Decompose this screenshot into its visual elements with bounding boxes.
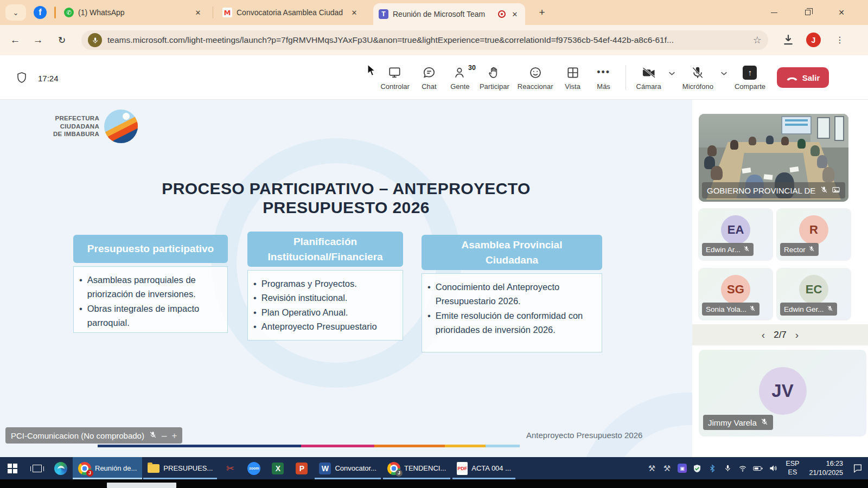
zoom-out-button[interactable]: –	[162, 431, 167, 440]
vista-button[interactable]: Vista	[560, 63, 585, 93]
bookmark-star-icon[interactable]: ☆	[753, 34, 762, 46]
mic-options-chevron[interactable]	[720, 71, 727, 85]
bluetooth-icon[interactable]	[707, 464, 717, 473]
facebook-pinned-tab[interactable]: f	[34, 6, 47, 19]
browser-menu-button[interactable]: ⋮	[833, 31, 846, 48]
bullet-text: Revisión institucional.	[261, 291, 348, 305]
spotlight-tile[interactable]: JV Jimmy Varela	[699, 350, 866, 436]
participant-figure	[810, 145, 820, 156]
teams-meeting-toolbar: 17:24 Controlar Chat 30 Gente	[0, 55, 868, 100]
participant-name-label: Edwin Ar...	[702, 243, 754, 256]
tab-whatsapp[interactable]: ✆ (1) WhatsApp ✕	[59, 0, 208, 25]
chat-button[interactable]: Chat	[417, 63, 442, 93]
taskbar-chrome-tendencias[interactable]: J TENDENCI...	[382, 457, 451, 479]
chrome-icon: J	[78, 462, 91, 475]
notification-center-icon[interactable]	[853, 464, 863, 473]
bullet-dot: •	[253, 305, 257, 319]
column-asamblea: Asamblea Provincial Ciudadana •Conocimie…	[422, 235, 602, 352]
people-icon: 30	[453, 65, 467, 80]
bullet-dot: •	[79, 301, 82, 330]
next-page-chevron[interactable]: ›	[795, 330, 799, 340]
participant-tile[interactable]: EC Edwin Ger...	[777, 268, 851, 320]
controlar-button[interactable]: Controlar	[379, 63, 410, 93]
view-grid-icon	[566, 65, 580, 80]
forward-button[interactable]: →	[30, 33, 46, 48]
folder-icon	[148, 464, 159, 473]
participant-name-label: Jimmy Varela	[703, 415, 773, 430]
close-tab-icon[interactable]: ✕	[349, 8, 359, 17]
window-close-button[interactable]: ✕	[829, 0, 854, 25]
main-video-tile[interactable]: GOBIERNO PROVINCIAL DE I...	[699, 114, 848, 202]
taskbar-folder[interactable]: PRESUPUES...	[142, 457, 218, 479]
control-label: Participar	[480, 82, 509, 91]
tool-tray-icon[interactable]: ⚒	[647, 464, 656, 473]
site-info-mic-icon[interactable]	[88, 33, 102, 47]
paper	[764, 174, 773, 180]
tab-gmail[interactable]: M Convocatoria Asamblea Ciudad ✕	[217, 0, 365, 25]
taskbar-chrome-meeting[interactable]: J Reunión de...	[73, 457, 142, 479]
prev-page-chevron[interactable]: ‹	[762, 330, 765, 340]
tool-tray-icon[interactable]: ⚒	[662, 464, 672, 473]
taskbar-clock[interactable]: 16:23 21/10/2025	[809, 459, 843, 478]
back-button[interactable]: ←	[8, 33, 23, 48]
participant-tile[interactable]: SG Sonia Yola...	[699, 268, 773, 320]
browser-profile-avatar[interactable]: J	[806, 33, 821, 47]
control-label: Micrófono	[682, 82, 713, 91]
camera-options-chevron[interactable]	[668, 71, 675, 85]
taskbar-pdf[interactable]: PDF ACTA 004 ...	[451, 457, 516, 479]
avatar: R	[799, 215, 828, 245]
control-label: Cámara	[636, 82, 661, 91]
window-minimize-button[interactable]	[762, 0, 787, 25]
url-text[interactable]: teams.microsoft.com/light-meetings/launc…	[107, 35, 748, 45]
brand-bar-orange	[374, 445, 445, 447]
salir-button[interactable]: Salir	[777, 67, 829, 88]
camara-button[interactable]: Cámara	[635, 63, 662, 93]
close-tab-icon[interactable]: ✕	[510, 9, 520, 19]
avatar: JV	[759, 367, 807, 415]
downloads-button[interactable]	[781, 33, 796, 48]
mas-button[interactable]: ••• Más	[591, 63, 616, 93]
taskbar-excel[interactable]: X	[266, 457, 290, 479]
participant-tile[interactable]: R Rector	[777, 209, 851, 260]
new-tab-button[interactable]: +	[535, 5, 549, 20]
close-tab-icon[interactable]: ✕	[193, 8, 203, 17]
address-bar[interactable]: teams.microsoft.com/light-meetings/launc…	[81, 30, 768, 50]
gente-button[interactable]: 30 Gente	[448, 63, 473, 93]
zoom-in-button[interactable]: +	[171, 431, 177, 440]
language-indicator[interactable]: ESP ES	[786, 460, 799, 477]
window-restore-button[interactable]	[795, 0, 820, 25]
taskbar-word[interactable]: W Convocator...	[314, 457, 382, 479]
taskbar-snipping-tool[interactable]: ✂	[218, 457, 242, 479]
column-presupuesto-participativo: Presupuesto participativo •Asambleas par…	[73, 235, 228, 333]
raise-hand-icon	[487, 65, 501, 80]
bottom-edge-strip	[0, 479, 868, 488]
participant-figure	[707, 145, 717, 156]
app-tray-icon[interactable]: ▣	[677, 464, 687, 473]
participar-button[interactable]: Participar	[478, 63, 510, 93]
tab-teams-active[interactable]: T Reunión de Microsoft Team ✕	[373, 3, 525, 25]
speaker-icon[interactable]	[768, 464, 778, 473]
chrome-icon: J	[387, 462, 400, 475]
battery-icon[interactable]	[753, 464, 763, 473]
reload-button[interactable]: ↻	[54, 33, 69, 48]
tray-mic-icon[interactable]	[723, 464, 732, 473]
defender-shield-icon[interactable]	[692, 464, 702, 473]
taskbar-powerpoint[interactable]: P	[290, 457, 314, 479]
comparte-button[interactable]: ↑ Comparte	[733, 63, 767, 93]
slide-title: PROCESO PARTICIPATIVO – ANTEPROYECTO PRE…	[75, 179, 617, 217]
wifi-icon[interactable]	[738, 464, 748, 473]
control-label: Gente	[450, 82, 469, 91]
start-button[interactable]	[0, 457, 25, 479]
edge-taskbar-button[interactable]	[49, 457, 73, 479]
task-view-button[interactable]	[25, 457, 49, 479]
room-window	[817, 117, 830, 139]
reaccionar-button[interactable]: Reaccionar	[516, 63, 554, 93]
profile-badge: J	[395, 470, 403, 477]
tab-search-button[interactable]: ⌄	[5, 4, 26, 21]
microfono-button[interactable]: Micrófono	[681, 63, 714, 93]
mic-off-icon	[820, 186, 828, 195]
participant-tile[interactable]: EA Edwin Ar...	[699, 209, 773, 260]
taskbar-zoom[interactable]: zoom	[242, 457, 266, 479]
participant-figure	[817, 155, 827, 168]
teams-icon: T	[379, 9, 388, 19]
